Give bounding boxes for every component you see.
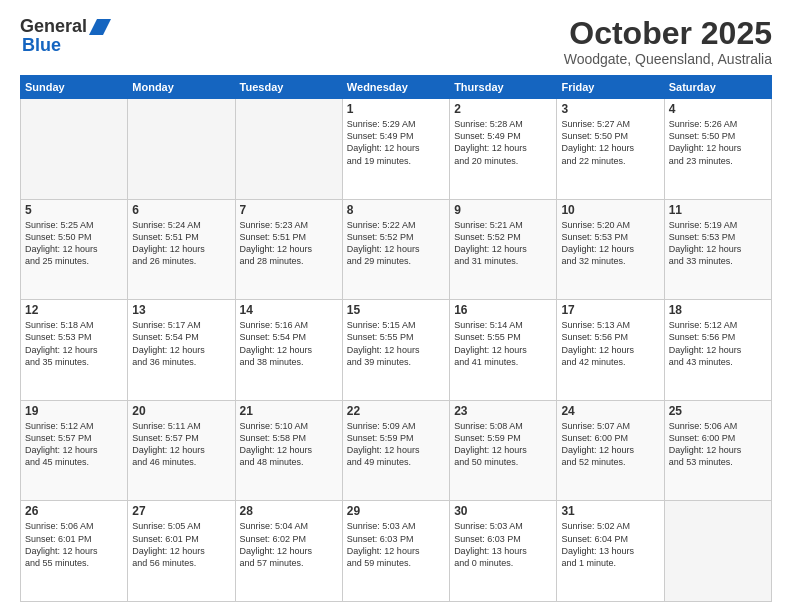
table-row: 24Sunrise: 5:07 AM Sunset: 6:00 PM Dayli… [557,400,664,501]
weekday-friday: Friday [557,76,664,99]
table-row: 19Sunrise: 5:12 AM Sunset: 5:57 PM Dayli… [21,400,128,501]
day-number: 25 [669,404,767,418]
table-row: 3Sunrise: 5:27 AM Sunset: 5:50 PM Daylig… [557,99,664,200]
logo: General Blue [20,16,111,56]
day-number: 4 [669,102,767,116]
day-number: 11 [669,203,767,217]
cell-info: Sunrise: 5:26 AM Sunset: 5:50 PM Dayligh… [669,118,767,167]
day-number: 21 [240,404,338,418]
table-row: 8Sunrise: 5:22 AM Sunset: 5:52 PM Daylig… [342,199,449,300]
table-row: 1Sunrise: 5:29 AM Sunset: 5:49 PM Daylig… [342,99,449,200]
weekday-sunday: Sunday [21,76,128,99]
cell-info: Sunrise: 5:04 AM Sunset: 6:02 PM Dayligh… [240,520,338,569]
cell-info: Sunrise: 5:18 AM Sunset: 5:53 PM Dayligh… [25,319,123,368]
cell-info: Sunrise: 5:24 AM Sunset: 5:51 PM Dayligh… [132,219,230,268]
table-row: 13Sunrise: 5:17 AM Sunset: 5:54 PM Dayli… [128,300,235,401]
header: General Blue October 2025 Woodgate, Quee… [20,16,772,67]
table-row: 26Sunrise: 5:06 AM Sunset: 6:01 PM Dayli… [21,501,128,602]
table-row: 10Sunrise: 5:20 AM Sunset: 5:53 PM Dayli… [557,199,664,300]
day-number: 23 [454,404,552,418]
table-row: 20Sunrise: 5:11 AM Sunset: 5:57 PM Dayli… [128,400,235,501]
table-row: 9Sunrise: 5:21 AM Sunset: 5:52 PM Daylig… [450,199,557,300]
svg-marker-0 [89,19,111,35]
day-number: 3 [561,102,659,116]
day-number: 19 [25,404,123,418]
day-number: 18 [669,303,767,317]
table-row: 23Sunrise: 5:08 AM Sunset: 5:59 PM Dayli… [450,400,557,501]
table-row: 16Sunrise: 5:14 AM Sunset: 5:55 PM Dayli… [450,300,557,401]
table-row: 25Sunrise: 5:06 AM Sunset: 6:00 PM Dayli… [664,400,771,501]
cell-info: Sunrise: 5:08 AM Sunset: 5:59 PM Dayligh… [454,420,552,469]
day-number: 9 [454,203,552,217]
day-number: 8 [347,203,445,217]
weekday-header-row: SundayMondayTuesdayWednesdayThursdayFrid… [21,76,772,99]
day-number: 27 [132,504,230,518]
table-row: 2Sunrise: 5:28 AM Sunset: 5:49 PM Daylig… [450,99,557,200]
table-row [235,99,342,200]
table-row: 29Sunrise: 5:03 AM Sunset: 6:03 PM Dayli… [342,501,449,602]
location: Woodgate, Queensland, Australia [564,51,772,67]
table-row: 28Sunrise: 5:04 AM Sunset: 6:02 PM Dayli… [235,501,342,602]
cell-info: Sunrise: 5:13 AM Sunset: 5:56 PM Dayligh… [561,319,659,368]
day-number: 20 [132,404,230,418]
day-number: 17 [561,303,659,317]
table-row: 18Sunrise: 5:12 AM Sunset: 5:56 PM Dayli… [664,300,771,401]
calendar-table: SundayMondayTuesdayWednesdayThursdayFrid… [20,75,772,602]
table-row: 22Sunrise: 5:09 AM Sunset: 5:59 PM Dayli… [342,400,449,501]
calendar-row-1: 5Sunrise: 5:25 AM Sunset: 5:50 PM Daylig… [21,199,772,300]
table-row: 15Sunrise: 5:15 AM Sunset: 5:55 PM Dayli… [342,300,449,401]
table-row: 31Sunrise: 5:02 AM Sunset: 6:04 PM Dayli… [557,501,664,602]
day-number: 5 [25,203,123,217]
table-row: 30Sunrise: 5:03 AM Sunset: 6:03 PM Dayli… [450,501,557,602]
cell-info: Sunrise: 5:05 AM Sunset: 6:01 PM Dayligh… [132,520,230,569]
day-number: 29 [347,504,445,518]
cell-info: Sunrise: 5:15 AM Sunset: 5:55 PM Dayligh… [347,319,445,368]
day-number: 28 [240,504,338,518]
day-number: 10 [561,203,659,217]
day-number: 30 [454,504,552,518]
cell-info: Sunrise: 5:17 AM Sunset: 5:54 PM Dayligh… [132,319,230,368]
cell-info: Sunrise: 5:12 AM Sunset: 5:57 PM Dayligh… [25,420,123,469]
day-number: 12 [25,303,123,317]
table-row: 12Sunrise: 5:18 AM Sunset: 5:53 PM Dayli… [21,300,128,401]
table-row: 11Sunrise: 5:19 AM Sunset: 5:53 PM Dayli… [664,199,771,300]
day-number: 2 [454,102,552,116]
table-row [21,99,128,200]
cell-info: Sunrise: 5:19 AM Sunset: 5:53 PM Dayligh… [669,219,767,268]
calendar-row-2: 12Sunrise: 5:18 AM Sunset: 5:53 PM Dayli… [21,300,772,401]
weekday-monday: Monday [128,76,235,99]
weekday-tuesday: Tuesday [235,76,342,99]
cell-info: Sunrise: 5:28 AM Sunset: 5:49 PM Dayligh… [454,118,552,167]
table-row: 27Sunrise: 5:05 AM Sunset: 6:01 PM Dayli… [128,501,235,602]
cell-info: Sunrise: 5:14 AM Sunset: 5:55 PM Dayligh… [454,319,552,368]
calendar-row-4: 26Sunrise: 5:06 AM Sunset: 6:01 PM Dayli… [21,501,772,602]
day-number: 15 [347,303,445,317]
month-title: October 2025 [564,16,772,51]
day-number: 16 [454,303,552,317]
table-row: 5Sunrise: 5:25 AM Sunset: 5:50 PM Daylig… [21,199,128,300]
day-number: 14 [240,303,338,317]
cell-info: Sunrise: 5:10 AM Sunset: 5:58 PM Dayligh… [240,420,338,469]
cell-info: Sunrise: 5:02 AM Sunset: 6:04 PM Dayligh… [561,520,659,569]
cell-info: Sunrise: 5:03 AM Sunset: 6:03 PM Dayligh… [454,520,552,569]
logo-icon [89,19,111,35]
cell-info: Sunrise: 5:16 AM Sunset: 5:54 PM Dayligh… [240,319,338,368]
cell-info: Sunrise: 5:03 AM Sunset: 6:03 PM Dayligh… [347,520,445,569]
table-row: 14Sunrise: 5:16 AM Sunset: 5:54 PM Dayli… [235,300,342,401]
cell-info: Sunrise: 5:25 AM Sunset: 5:50 PM Dayligh… [25,219,123,268]
cell-info: Sunrise: 5:11 AM Sunset: 5:57 PM Dayligh… [132,420,230,469]
cell-info: Sunrise: 5:23 AM Sunset: 5:51 PM Dayligh… [240,219,338,268]
cell-info: Sunrise: 5:12 AM Sunset: 5:56 PM Dayligh… [669,319,767,368]
table-row: 6Sunrise: 5:24 AM Sunset: 5:51 PM Daylig… [128,199,235,300]
logo-blue-text: Blue [20,35,61,56]
table-row: 7Sunrise: 5:23 AM Sunset: 5:51 PM Daylig… [235,199,342,300]
weekday-saturday: Saturday [664,76,771,99]
weekday-thursday: Thursday [450,76,557,99]
table-row [128,99,235,200]
cell-info: Sunrise: 5:21 AM Sunset: 5:52 PM Dayligh… [454,219,552,268]
day-number: 31 [561,504,659,518]
cell-info: Sunrise: 5:09 AM Sunset: 5:59 PM Dayligh… [347,420,445,469]
cell-info: Sunrise: 5:07 AM Sunset: 6:00 PM Dayligh… [561,420,659,469]
day-number: 22 [347,404,445,418]
day-number: 13 [132,303,230,317]
